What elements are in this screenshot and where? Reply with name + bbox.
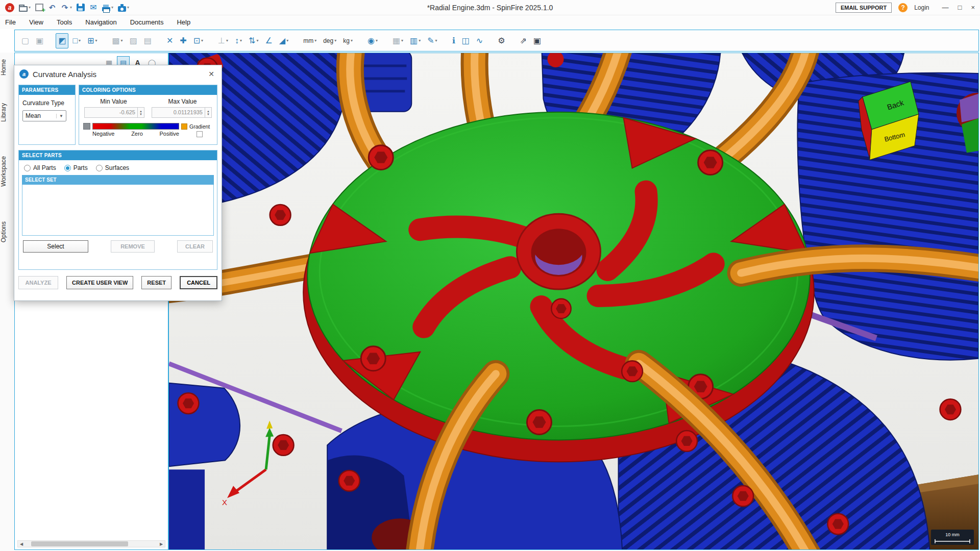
dropdown-caret-icon[interactable]: ▾ (256, 38, 258, 43)
export-icon[interactable]: ⇗ ▾ (518, 33, 529, 48)
radio-all-parts[interactable]: All Parts (24, 164, 56, 171)
measure-offset-icon[interactable]: ⇅ ▾ (246, 33, 261, 48)
unit-deg-select[interactable]: deg ▾ (321, 33, 339, 48)
reset-button[interactable]: RESET (141, 276, 172, 289)
dropdown-caret-icon[interactable]: ▾ (334, 38, 336, 43)
dropdown-caret-icon[interactable]: ▾ (401, 38, 403, 43)
markup-pin-icon[interactable]: ✎ ▾ (425, 33, 439, 48)
maximize-button[interactable]: □ (958, 4, 962, 11)
section-icon[interactable]: ◢ ▾ (277, 33, 291, 48)
radio-surfaces[interactable]: Surfaces (96, 164, 129, 171)
measure-angle-icon[interactable]: ∠ ▾ (263, 33, 275, 48)
dropdown-caret-icon[interactable]: ▾ (419, 38, 421, 43)
texture-icon[interactable]: ▨ ▾ (127, 33, 140, 48)
menu-documents[interactable]: Documents (130, 18, 164, 26)
dropdown-caret-icon[interactable]: ▾ (240, 38, 242, 43)
dropdown-caret-icon[interactable]: ▾ (286, 38, 288, 43)
new-window-icon[interactable]: ▣ ▾ (531, 33, 544, 48)
unit-kg-select[interactable]: kg ▾ (340, 33, 355, 48)
horizontal-scrollbar[interactable]: ◀ ▶ (17, 540, 165, 547)
presentation-icon[interactable]: ⊡ ▾ (191, 33, 206, 48)
explode-icon[interactable]: ✚ ▾ (177, 33, 189, 48)
scroll-thumb[interactable] (31, 541, 128, 546)
max-value-input[interactable]: 0.01121935 ▲▼ (152, 107, 212, 118)
select-region-icon[interactable]: ▣ ▾ (33, 33, 46, 48)
language-globe-icon[interactable]: ◉ ▾ (365, 33, 380, 48)
spinner-icon[interactable]: ▲▼ (137, 108, 144, 117)
create-user-view-button[interactable]: CREATE USER VIEW (66, 276, 133, 289)
spinner-icon[interactable]: ▲▼ (205, 108, 211, 117)
material-icon[interactable]: ▩ ▾ (109, 33, 125, 48)
sidebar-tab-options[interactable]: Options (0, 221, 14, 242)
dropdown-caret-icon[interactable]: ▾ (70, 5, 72, 10)
help-icon[interactable]: ? (898, 3, 908, 12)
curvature-type-select[interactable]: Mean ▼ (22, 110, 66, 121)
hub[interactable] (517, 214, 600, 289)
redo-icon[interactable]: ↷ ▾ (61, 3, 72, 12)
select-button[interactable]: Select (23, 240, 88, 253)
save-icon[interactable]: ▾ (77, 4, 85, 11)
compare-icon[interactable]: ✕ ▾ (164, 33, 176, 48)
probe-icon[interactable]: ⊥ ▾ (215, 33, 231, 48)
new-document-icon[interactable]: ▾ (35, 4, 43, 11)
menu-file[interactable]: File (5, 18, 16, 26)
radio-parts[interactable]: Parts (64, 164, 88, 171)
dropdown-caret-icon[interactable]: ▾ (121, 38, 123, 43)
dropdown-caret-icon[interactable]: ▾ (111, 5, 113, 10)
settings-gear-icon[interactable]: ⚙ ▾ (495, 33, 507, 48)
3d-model-scene[interactable]: X 10 mm Back Bottom (169, 53, 978, 549)
dropdown-caret-icon[interactable]: ▾ (95, 38, 97, 43)
scroll-left-icon[interactable]: ◀ (18, 542, 25, 546)
remove-button[interactable]: REMOVE (111, 240, 155, 253)
dropdown-caret-icon[interactable]: ▾ (29, 5, 31, 10)
login-button[interactable]: Login (914, 4, 929, 11)
sidebar-tab-library[interactable]: Library (0, 103, 14, 122)
menu-navigation[interactable]: Navigation (85, 18, 116, 26)
dropdown-caret-icon[interactable]: ▾ (376, 38, 378, 43)
open-file-icon[interactable]: ▾ (19, 4, 31, 12)
close-button[interactable]: × (971, 4, 975, 11)
snapshot-icon[interactable]: ▾ (118, 4, 129, 12)
min-value-input[interactable]: -0.625 ▲▼ (84, 107, 144, 118)
viewport-layout-icon[interactable]: ⊞ ▾ (85, 33, 100, 48)
dropdown-caret-icon[interactable]: ▾ (351, 38, 353, 43)
unit-mm-select[interactable]: mm ▾ (301, 33, 319, 48)
plot-icon[interactable]: ∿ ▾ (474, 33, 485, 48)
minimize-button[interactable]: — (942, 4, 949, 11)
gradient-checkbox[interactable] (197, 131, 203, 137)
scroll-right-icon[interactable]: ▶ (158, 542, 165, 546)
menu-view[interactable]: View (29, 18, 43, 26)
email-icon[interactable]: ✉ ▾ (89, 3, 97, 12)
model-views-icon[interactable]: ▥ ▾ (407, 33, 423, 48)
info-icon[interactable]: ℹ ▾ (450, 33, 458, 48)
select-set-list[interactable] (22, 185, 214, 236)
render-mode-icon[interactable]: ◩ ▾ (56, 33, 68, 48)
bom-icon[interactable]: ▦ ▾ (390, 33, 406, 48)
measure-distance-icon[interactable]: ↕ ▾ (232, 33, 244, 48)
dropdown-caret-icon[interactable]: ▾ (79, 38, 81, 43)
dialog-close-icon[interactable]: ✕ (206, 69, 216, 79)
menu-help[interactable]: Help (177, 18, 190, 26)
cancel-button[interactable]: CANCEL (180, 276, 217, 289)
dropdown-caret-icon[interactable]: ▾ (127, 5, 129, 10)
dropdown-caret-icon[interactable]: ▾ (226, 38, 228, 43)
viewport[interactable]: X 10 mm Back Bottom (169, 53, 978, 549)
analyze-button[interactable]: ANALYZE (18, 276, 58, 289)
app-logo-icon[interactable]: a ▾ (5, 3, 14, 12)
dropdown-caret-icon[interactable]: ▾ (435, 38, 437, 43)
pmi-box-icon[interactable]: ▤ ▾ (141, 33, 154, 48)
background-color-icon[interactable]: □ ▾ (70, 33, 83, 48)
cam-plate[interactable] (303, 112, 814, 462)
select-parts-icon[interactable]: ▢ ▾ (19, 33, 32, 48)
undo-icon[interactable]: ↶ ▾ (48, 3, 56, 12)
dropdown-caret-icon[interactable]: ▾ (314, 38, 316, 43)
sidebar-tab-home[interactable]: Home (0, 59, 14, 76)
clear-button[interactable]: CLEAR (177, 240, 213, 253)
sidebar-tab-workspace[interactable]: Workspace (0, 156, 14, 187)
statistics-icon[interactable]: ◫ ▾ (459, 33, 472, 48)
print-icon[interactable]: ▾ (102, 4, 113, 11)
menu-tools[interactable]: Tools (57, 18, 72, 26)
dropdown-caret-icon[interactable]: ▾ (201, 38, 203, 43)
email-support-button[interactable]: EMAIL SUPPORT (836, 3, 892, 13)
dialog-titlebar[interactable]: a Curvature Analysis ✕ (14, 65, 222, 83)
